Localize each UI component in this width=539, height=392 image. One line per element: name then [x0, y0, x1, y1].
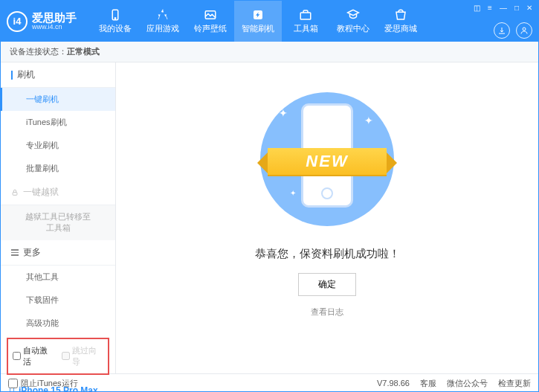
- flash-icon: [251, 8, 265, 22]
- toolbox-icon: [299, 8, 312, 22]
- sidebar-item-batch-flash[interactable]: 批量刷机: [1, 157, 115, 180]
- footer-link-wechat[interactable]: 微信公众号: [447, 378, 488, 389]
- nav-toolbox[interactable]: 工具箱: [282, 1, 329, 42]
- ok-button[interactable]: 确定: [298, 273, 356, 296]
- user-icon[interactable]: [516, 22, 532, 39]
- nav-store[interactable]: 爱思商城: [377, 1, 425, 42]
- logo-icon: i4: [7, 11, 28, 32]
- checkbox-skip-guide[interactable]: 跳过向导: [62, 345, 103, 367]
- sidebar-item-pro-flash[interactable]: 专业刷机: [1, 134, 115, 157]
- nav-my-device[interactable]: 我的设备: [91, 1, 139, 42]
- close-icon[interactable]: ✕: [526, 4, 532, 12]
- sidebar-jailbreak-note: 越狱工具已转移至 工具箱: [1, 205, 115, 240]
- window-controls: ◫ ≡ — □ ✕: [474, 4, 532, 12]
- nav-ringtones-wallpapers[interactable]: 铃声壁纸: [187, 1, 234, 42]
- app-logo: i4 爱思助手 www.i4.cn: [7, 11, 77, 32]
- pin-icon[interactable]: ◫: [474, 4, 480, 12]
- title-bar: i4 爱思助手 www.i4.cn 我的设备 应用游戏 铃声壁纸 智能刷机 工具…: [1, 1, 538, 42]
- minimize-icon[interactable]: —: [500, 4, 507, 12]
- success-illustration: ✦ ✦ ✦ NEW: [253, 85, 401, 234]
- nav-smart-flash[interactable]: 智能刷机: [234, 1, 282, 42]
- checkbox-auto-activate[interactable]: 自动激活: [13, 345, 54, 367]
- svg-rect-4: [300, 13, 311, 19]
- checkbox-block-itunes[interactable]: 阻止iTunes运行: [8, 378, 78, 389]
- lock-icon: [11, 189, 19, 196]
- sidebar-item-other-tools[interactable]: 其他工具: [1, 266, 115, 289]
- hamburger-icon: [11, 249, 19, 256]
- footer-link-support[interactable]: 客服: [420, 378, 436, 389]
- sidebar-group-flash[interactable]: 刷机: [1, 62, 115, 88]
- tutorial-icon: [346, 8, 360, 22]
- svg-point-5: [523, 28, 526, 30]
- svg-rect-6: [13, 192, 17, 195]
- nav-apps-games[interactable]: 应用游戏: [139, 1, 187, 42]
- nav-tutorials[interactable]: 教程中心: [329, 1, 377, 42]
- status-prefix: 设备连接状态：: [10, 46, 67, 57]
- main-nav: 我的设备 应用游戏 铃声壁纸 智能刷机 工具箱 教程中心 爱思商城: [91, 1, 425, 42]
- sidebar-group-jailbreak: 一键越狱: [1, 180, 115, 205]
- device-icon: [109, 8, 122, 22]
- success-message: 恭喜您，保资料刷机成功啦！: [255, 247, 400, 261]
- status-value: 正常模式: [67, 46, 100, 57]
- view-log-link[interactable]: 查看日志: [311, 306, 343, 318]
- sidebar: 刷机 一键刷机 iTunes刷机 专业刷机 批量刷机 一键越狱 越狱工具已转移至…: [1, 62, 116, 373]
- sidebar-item-advanced[interactable]: 高级功能: [1, 312, 115, 335]
- download-icon[interactable]: [494, 22, 510, 39]
- main-content: ✦ ✦ ✦ NEW 恭喜您，保资料刷机成功啦！ 确定 查看日志: [116, 62, 538, 373]
- new-ribbon: NEW: [268, 148, 387, 175]
- image-icon: [204, 8, 217, 22]
- sidebar-item-one-click-flash[interactable]: 一键刷机: [1, 88, 115, 111]
- menu-icon[interactable]: ≡: [488, 4, 492, 12]
- app-title: 爱思助手: [32, 12, 77, 23]
- version-label: V7.98.66: [377, 379, 410, 388]
- maximize-icon[interactable]: □: [514, 4, 519, 12]
- footer-link-update[interactable]: 检查更新: [498, 378, 531, 389]
- device-status-bar: 设备连接状态： 正常模式: [1, 42, 538, 62]
- apps-icon: [156, 8, 170, 22]
- app-subtitle: www.i4.cn: [32, 23, 77, 31]
- flash-options-highlight: 自动激活 跳过向导: [7, 338, 109, 375]
- sidebar-item-itunes-flash[interactable]: iTunes刷机: [1, 111, 115, 134]
- sidebar-group-more[interactable]: 更多: [1, 240, 115, 266]
- svg-point-1: [114, 18, 116, 19]
- store-icon: [394, 8, 407, 22]
- sidebar-item-download-firmware[interactable]: 下载固件: [1, 289, 115, 312]
